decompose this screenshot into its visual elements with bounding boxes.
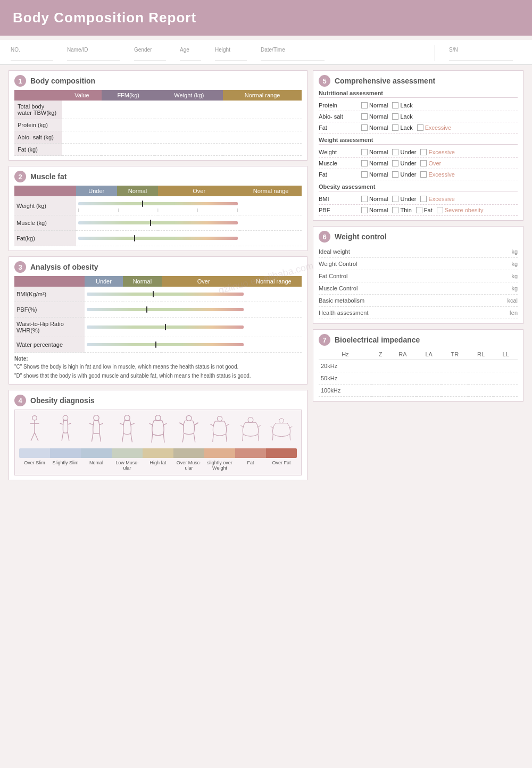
- note-c: "C" Shows the body is high in fat and lo…: [14, 363, 302, 371]
- svg-point-40: [279, 419, 284, 423]
- pbf-thin: Thin: [392, 207, 411, 213]
- weight-under: Under: [392, 149, 416, 155]
- bi-col-z: Z: [372, 349, 389, 360]
- section7-title: 7 Bioelectrical impedance: [319, 334, 518, 346]
- wc-health-unit: fen: [510, 310, 518, 316]
- obesity-assessment-title: Obesity assessment: [319, 183, 518, 191]
- svg-line-39: [258, 435, 259, 441]
- right-column: 5 Comprehensive assessment Nutritional a…: [313, 70, 523, 486]
- wc-metabolism: Basic metabolism kcal: [319, 295, 518, 307]
- svg-line-26: [179, 423, 184, 425]
- fat-n-normal-checkbox[interactable]: [361, 124, 368, 131]
- abiosalt-normal: Normal: [361, 113, 388, 120]
- svg-point-30: [217, 416, 222, 421]
- muscle-under: Under: [392, 160, 416, 166]
- info-bar: NO. Name/ID Gender Age Height Date/Time …: [0, 40, 532, 65]
- wc-health: Health assessment fen: [319, 307, 518, 319]
- wc-fatctrl-label: Fat Control: [319, 273, 509, 279]
- bmi-excessive: Excessive: [420, 196, 455, 202]
- figure-over-fat: [266, 414, 297, 446]
- svg-line-12: [99, 423, 103, 425]
- nutritional-title: Nutritional assessment: [319, 90, 518, 98]
- svg-point-20: [155, 415, 161, 421]
- muscle-over: Over: [420, 160, 441, 166]
- figure-fat: [235, 414, 266, 446]
- svg-line-11: [89, 423, 93, 425]
- svg-line-27: [194, 423, 198, 425]
- table-row: Water percentage: [14, 337, 302, 353]
- fat-w-normal: Normal: [361, 171, 388, 178]
- ca-label-pbf: PBF: [319, 207, 361, 213]
- wc-weightctrl-unit: kg: [511, 261, 518, 267]
- muscle-normal: Normal: [361, 160, 388, 166]
- pbf-fat: Fat: [416, 207, 433, 213]
- svg-point-10: [94, 415, 99, 421]
- svg-line-3: [31, 432, 35, 440]
- protein-normal-checkbox[interactable]: [361, 102, 368, 108]
- od-label-overmuscular: Over Musc- ular: [173, 460, 204, 471]
- svg-line-23: [152, 434, 153, 443]
- bmi-under: Under: [392, 196, 416, 202]
- wc-ideal-unit: kg: [511, 248, 518, 255]
- obesity-diagram: Over Slim Slightly Slim Nomal Low Musc- …: [14, 410, 302, 475]
- info-height: Height: [215, 47, 247, 61]
- fat-n-excessive: Excessive: [417, 124, 452, 131]
- color-seg-9: [266, 448, 297, 458]
- ca-label-muscle: Muscle: [319, 160, 361, 166]
- bc-val-protein: [62, 119, 102, 131]
- table-row: Total body water TBW(kg): [14, 101, 302, 119]
- bc-wt-abio: [155, 131, 223, 144]
- body-figure-icon: [23, 414, 46, 446]
- note-section: Note: "C" Shows the body is high in fat …: [14, 355, 302, 380]
- color-seg-5: [143, 448, 173, 458]
- abiosalt-normal-checkbox[interactable]: [361, 113, 368, 120]
- svg-point-0: [32, 416, 37, 421]
- table-row: 100kHz: [319, 385, 518, 397]
- fat-w-options: Normal Under Excessive: [361, 171, 455, 178]
- svg-line-6: [60, 423, 63, 424]
- bi-col-ll: LL: [494, 349, 518, 360]
- body-figure-icon: [54, 414, 77, 446]
- svg-line-33: [213, 434, 214, 442]
- bc-label-tbw: Total body water TBW(kg): [14, 101, 62, 119]
- obesity-analysis-table: Under Normal Over Normal range BMI(Kg/m²…: [14, 276, 302, 353]
- svg-line-34: [226, 434, 227, 442]
- ca-row-abiosalt: Abio- salt Normal Lack: [319, 111, 518, 122]
- bc-label-protein: Protein (kg): [14, 119, 62, 131]
- protein-lack-checkbox[interactable]: [392, 102, 398, 108]
- fat-n-excessive-checkbox[interactable]: [417, 124, 423, 131]
- bi-col-la: LA: [417, 349, 442, 360]
- ca-row-bmi: BMI Normal Under Excessive: [319, 194, 518, 205]
- fat-n-lack-checkbox[interactable]: [392, 124, 398, 131]
- weight-excessive: Excessive: [420, 149, 455, 155]
- abiosalt-lack: Lack: [392, 113, 412, 120]
- svg-line-18: [122, 433, 124, 442]
- svg-line-19: [131, 433, 132, 442]
- obesity-color-bar: [19, 448, 297, 458]
- figure-over-muscular: [173, 414, 204, 446]
- ca-row-fat-n: Fat Normal Lack Excessive: [319, 122, 518, 133]
- info-no: NO.: [11, 47, 53, 61]
- abiosalt-lack-checkbox[interactable]: [392, 113, 398, 120]
- od-label-fat: Fat: [235, 460, 266, 471]
- od-label-lowmuscular: Low Musc- ular: [112, 460, 143, 471]
- bc-val-tbw: [62, 101, 102, 119]
- table-row: Waist-to-Hip Ratio WHR(%): [14, 318, 302, 337]
- section-comprehensive-assessment: 5 Comprehensive assessment Nutritional a…: [313, 70, 523, 221]
- body-figure-icon: [85, 414, 107, 446]
- bc-label-fat: Fat (kg): [14, 144, 62, 156]
- bc-col-label: [14, 90, 62, 101]
- svg-line-8: [62, 432, 63, 440]
- svg-point-35: [248, 418, 253, 423]
- svg-line-14: [99, 433, 101, 441]
- weight-normal: Normal: [361, 149, 388, 155]
- pbf-options: Normal Thin Fat Severe obesity: [361, 207, 484, 213]
- wc-metabolism-unit: kcal: [507, 297, 518, 304]
- ca-label-fat-n: Fat: [319, 124, 361, 131]
- ca-label-bmi: BMI: [319, 196, 361, 202]
- od-label-slightlyslim: Slightly Slim: [50, 460, 81, 471]
- bc-val-abio: [62, 131, 102, 144]
- svg-line-7: [68, 423, 71, 424]
- wc-musclectrl: Muscle Control kg: [319, 282, 518, 295]
- od-label-overslim: Over Slim: [19, 460, 50, 471]
